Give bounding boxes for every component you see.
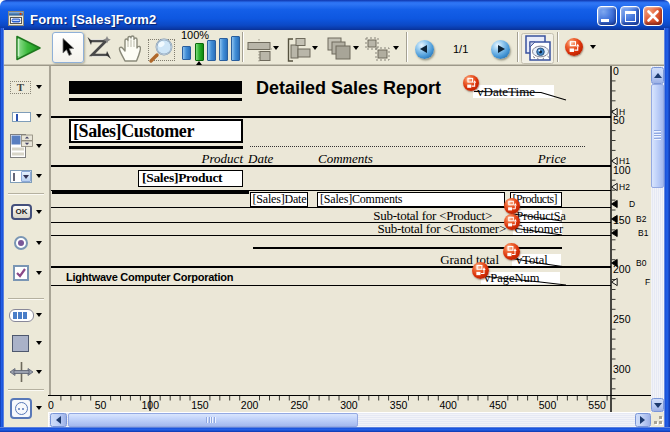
svg-text:450: 450 — [489, 399, 507, 411]
svg-text:150: 150 — [191, 399, 209, 411]
svg-text:400: 400 — [439, 399, 457, 411]
svg-text:300: 300 — [340, 399, 358, 411]
svg-text:550: 550 — [588, 399, 606, 411]
svg-text:B0: B0 — [636, 258, 647, 268]
svg-text:50: 50 — [95, 399, 107, 411]
svg-text:500: 500 — [539, 399, 557, 411]
svg-text:250: 250 — [613, 313, 631, 325]
svg-text:H: H — [619, 107, 625, 117]
svg-text:250: 250 — [290, 399, 308, 411]
svg-text:B2: B2 — [636, 214, 647, 224]
svg-text:350: 350 — [390, 399, 408, 411]
svg-text:H1: H1 — [619, 156, 630, 166]
svg-text:D: D — [629, 199, 635, 209]
svg-text:F: F — [645, 277, 650, 287]
svg-text:H2: H2 — [619, 182, 630, 192]
svg-text:300: 300 — [613, 363, 631, 375]
svg-text:200: 200 — [241, 399, 259, 411]
svg-text:0: 0 — [613, 66, 619, 77]
svg-text:0: 0 — [48, 399, 54, 411]
svg-text:B1: B1 — [638, 228, 649, 238]
